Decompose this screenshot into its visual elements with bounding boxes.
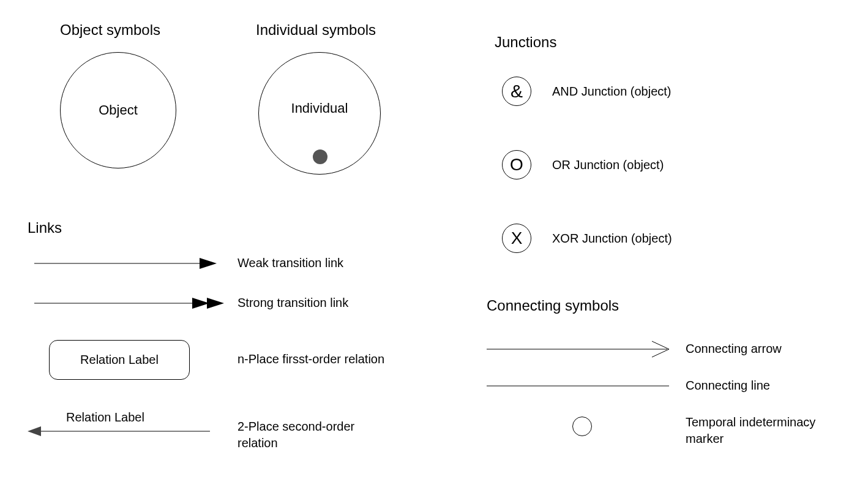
header-connecting-symbols: Connecting symbols: [487, 297, 619, 314]
strong-transition-link-label: Strong transition link: [238, 296, 348, 310]
xor-junction-glyph: X: [511, 228, 523, 248]
temporal-marker-label-2: marker: [686, 432, 724, 446]
and-junction-symbol: &: [502, 77, 531, 106]
svg-marker-1: [200, 258, 217, 269]
connecting-line-icon: [487, 383, 670, 389]
relation-label-box: Relation Label: [49, 340, 190, 380]
and-junction-glyph: &: [511, 81, 523, 102]
weak-transition-link-icon: [34, 254, 218, 273]
strong-transition-link-icon: [34, 294, 224, 312]
temporal-indeterminacy-marker-icon: [572, 417, 592, 436]
svg-line-9: [652, 349, 669, 357]
individual-dot-icon: [313, 149, 327, 164]
connecting-arrow-icon: [487, 340, 670, 358]
svg-marker-4: [207, 298, 224, 309]
header-individual-symbols: Individual symbols: [256, 21, 376, 39]
svg-line-8: [652, 341, 669, 349]
header-junctions: Junctions: [495, 34, 556, 51]
two-place-relation-label-1: 2-Place second-order: [238, 420, 354, 434]
xor-junction-label: XOR Junction (object): [552, 232, 672, 246]
svg-marker-3: [192, 298, 209, 309]
connecting-arrow-label: Connecting arrow: [686, 342, 782, 356]
nplace-relation-label: n-Place firsst-order relation: [238, 352, 384, 366]
or-junction-glyph: O: [510, 155, 523, 175]
or-junction-symbol: O: [502, 150, 531, 179]
two-place-relation-icon: [28, 424, 211, 439]
temporal-marker-label-1: Temporal indeterminacy: [686, 415, 815, 429]
header-links: Links: [28, 219, 62, 236]
two-place-relation-line-label: Relation Label: [66, 410, 144, 425]
and-junction-label: AND Junction (object): [552, 85, 672, 99]
header-object-symbols: Object symbols: [60, 21, 160, 39]
relation-label-box-text: Relation Label: [80, 353, 159, 367]
individual-symbol-label: Individual: [291, 100, 348, 116]
or-junction-label: OR Junction (object): [552, 158, 664, 172]
connecting-line-label: Connecting line: [686, 379, 770, 393]
object-symbol-label: Object: [99, 102, 138, 118]
two-place-relation-label-2: relation: [238, 436, 278, 450]
individual-symbol: Individual: [258, 52, 381, 175]
object-symbol: Object: [60, 52, 176, 168]
svg-marker-6: [28, 426, 41, 436]
weak-transition-link-label: Weak transition link: [238, 256, 343, 270]
xor-junction-symbol: X: [502, 224, 531, 253]
